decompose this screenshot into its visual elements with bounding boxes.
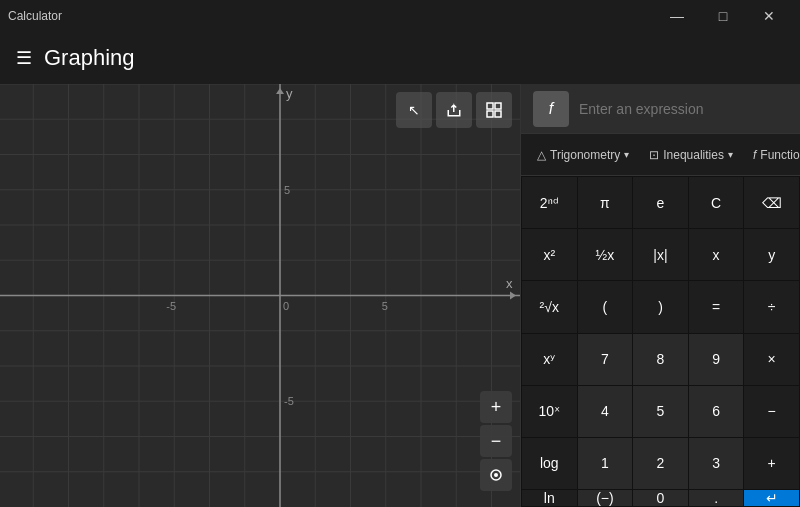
key-0[interactable]: 0 [633, 490, 688, 506]
category-tabs: △ Trigonometry ▾ ⊡ Inequalities ▾ f Func… [521, 134, 800, 176]
key-x[interactable]: x [689, 229, 744, 280]
title-bar-title: Calculator [8, 9, 62, 23]
key-subtract[interactable]: − [744, 386, 799, 437]
svg-rect-1 [495, 103, 501, 109]
key-clear[interactable]: C [689, 177, 744, 228]
trig-chevron: ▾ [624, 149, 629, 160]
trace-tool-button[interactable] [476, 92, 512, 128]
tab-inequalities[interactable]: ⊡ Inequalities ▾ [641, 142, 741, 168]
zoom-controls: + − [480, 391, 512, 491]
key-sqrt[interactable]: ²√x [522, 281, 577, 332]
ineq-label: Inequalities [663, 148, 724, 162]
zoom-in-button[interactable]: + [480, 391, 512, 423]
key-xsquared[interactable]: x² [522, 229, 577, 280]
key-1[interactable]: 1 [578, 438, 633, 489]
function-button[interactable]: f [533, 91, 569, 127]
key-halfx[interactable]: ½x [578, 229, 633, 280]
key-multiply[interactable]: × [744, 334, 799, 385]
func-icon: f [753, 148, 756, 162]
maximize-button[interactable]: □ [700, 0, 746, 32]
svg-rect-0 [487, 103, 493, 109]
ineq-chevron: ▾ [728, 149, 733, 160]
svg-point-5 [494, 473, 498, 477]
svg-rect-2 [487, 111, 493, 117]
share-tool-button[interactable] [436, 92, 472, 128]
title-bar-controls: — □ ✕ [654, 0, 792, 32]
graph-canvas [0, 84, 520, 507]
key-4[interactable]: 4 [578, 386, 633, 437]
title-bar: Calculator — □ ✕ [0, 0, 800, 32]
key-xpow[interactable]: xʸ [522, 334, 577, 385]
key-2[interactable]: 2 [633, 438, 688, 489]
key-8[interactable]: 8 [633, 334, 688, 385]
app-title: Graphing [44, 45, 135, 71]
key-6[interactable]: 6 [689, 386, 744, 437]
trig-icon: △ [537, 148, 546, 162]
trig-label: Trigonometry [550, 148, 620, 162]
key-abs[interactable]: |x| [633, 229, 688, 280]
minimize-button[interactable]: — [654, 0, 700, 32]
tab-function[interactable]: f Function [745, 142, 800, 168]
graph-area: ↖ + − [0, 84, 520, 507]
func-label: Function [760, 148, 800, 162]
key-euler[interactable]: e [633, 177, 688, 228]
graph-toolbar: ↖ [396, 92, 512, 128]
key-5[interactable]: 5 [633, 386, 688, 437]
right-panel: f △ Trigonometry ▾ ⊡ Inequalities ▾ f Fu… [520, 84, 800, 507]
expression-input[interactable] [579, 101, 788, 117]
key-lparen[interactable]: ( [578, 281, 633, 332]
key-enter[interactable]: ↵ [744, 490, 799, 506]
zoom-out-button[interactable]: − [480, 425, 512, 457]
svg-rect-3 [495, 111, 501, 117]
key-ln[interactable]: ln [522, 490, 577, 506]
key-add[interactable]: + [744, 438, 799, 489]
select-tool-button[interactable]: ↖ [396, 92, 432, 128]
key-9[interactable]: 9 [689, 334, 744, 385]
key-rparen[interactable]: ) [633, 281, 688, 332]
main-content: ↖ + − [0, 84, 800, 507]
key-decimal[interactable]: . [689, 490, 744, 506]
expression-bar: f [521, 84, 800, 134]
title-bar-left: Calculator [8, 9, 62, 23]
tab-trigonometry[interactable]: △ Trigonometry ▾ [529, 142, 637, 168]
key-negate[interactable]: (−) [578, 490, 633, 506]
zoom-reset-button[interactable] [480, 459, 512, 491]
hamburger-icon[interactable]: ☰ [16, 47, 32, 69]
key-equals[interactable]: = [689, 281, 744, 332]
key-log[interactable]: log [522, 438, 577, 489]
key-tenpow[interactable]: 10ˣ [522, 386, 577, 437]
key-3[interactable]: 3 [689, 438, 744, 489]
key-backspace[interactable]: ⌫ [744, 177, 799, 228]
ineq-icon: ⊡ [649, 148, 659, 162]
key-pi[interactable]: π [578, 177, 633, 228]
app-header: ☰ Graphing [0, 32, 800, 84]
close-button[interactable]: ✕ [746, 0, 792, 32]
key-y[interactable]: y [744, 229, 799, 280]
keypad: 2ⁿᵈπeC⌫x²½x|x|xy²√x()=÷xʸ789×10ˣ456−log1… [521, 176, 800, 507]
key-divide[interactable]: ÷ [744, 281, 799, 332]
key-7[interactable]: 7 [578, 334, 633, 385]
key-second[interactable]: 2ⁿᵈ [522, 177, 577, 228]
